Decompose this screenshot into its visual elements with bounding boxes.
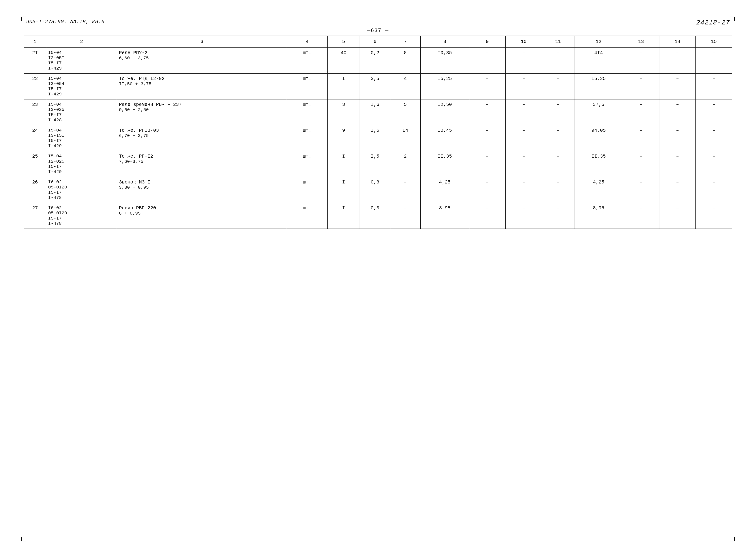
row-codes: I6-0205-0I29I5-I7I-478 [46, 203, 117, 229]
corner-mark-bl [21, 537, 26, 541]
row-col-11: – [542, 99, 574, 125]
row-col-7: – [390, 177, 421, 203]
row-col-14: – [659, 48, 696, 74]
row-col-6: I,5 [360, 151, 390, 177]
corner-mark-tr [730, 17, 735, 21]
row-col-10: – [506, 203, 542, 229]
row-col-15: – [696, 125, 732, 151]
row-col-12: 8,95 [574, 203, 623, 229]
row-col-4: шт. [287, 177, 328, 203]
table-row: 22I5-04I3-054I5-I7I-429То же, РТД I2-02I… [24, 74, 732, 99]
row-col-6: 0,3 [360, 203, 390, 229]
table-row: 26I6-0205-0I20I5-I7I-478Звонок МЗ-I3,30 … [24, 177, 732, 203]
row-col-12: 94,05 [574, 125, 623, 151]
row-col-13: – [623, 151, 659, 177]
row-col-5: I [327, 177, 360, 203]
row-col-13: – [623, 99, 659, 125]
row-description: То же, РТД I2-02II,50 + 3,75 [117, 74, 287, 99]
row-description: Ревун РВП-2208 + 0,95 [117, 203, 287, 229]
row-col-11: – [542, 177, 574, 203]
col-header-9: 9 [469, 36, 505, 48]
doc-number: 24218-27 [696, 19, 730, 26]
row-col-15: – [696, 177, 732, 203]
row-col-6: 3,5 [360, 74, 390, 99]
row-col-12: 4,25 [574, 177, 623, 203]
row-col-6: I,5 [360, 125, 390, 151]
row-col-8: II,35 [420, 151, 469, 177]
row-col-11: – [542, 151, 574, 177]
row-col-9: – [469, 74, 505, 99]
page-number: —637 — [24, 28, 732, 34]
row-col-15: – [696, 99, 732, 125]
row-col-5: I [327, 74, 360, 99]
row-col-12: 4I4 [574, 48, 623, 74]
row-col-13: – [623, 203, 659, 229]
row-col-11: – [542, 48, 574, 74]
row-col-5: I [327, 203, 360, 229]
table-row: 24I5-04I3-I5II5-I7I-429То же, РПI8-036,7… [24, 125, 732, 151]
row-col-7: 2 [390, 151, 421, 177]
row-codes: I5-04I2-05II5-I7I-429 [46, 48, 117, 74]
row-col-4: шт. [287, 74, 328, 99]
row-col-13: – [623, 177, 659, 203]
row-col-7: 4 [390, 74, 421, 99]
row-col-5: 40 [327, 48, 360, 74]
row-number: 23 [24, 99, 46, 125]
row-codes: I5-04I3-I5II5-I7I-429 [46, 125, 117, 151]
row-col-8: 4,25 [420, 177, 469, 203]
row-col-15: – [696, 74, 732, 99]
row-col-7: I4 [390, 125, 421, 151]
row-col-7: – [390, 203, 421, 229]
row-codes: I5-04I2-025I5-I7I-429 [46, 151, 117, 177]
row-number: 26 [24, 177, 46, 203]
row-col-13: – [623, 125, 659, 151]
header: 903-I-278.90. Ал.I8, кн.6 24218-27 [24, 19, 732, 26]
row-col-11: – [542, 125, 574, 151]
table-header-row: 1 2 3 4 5 6 7 8 9 10 11 12 13 14 15 [24, 36, 732, 48]
row-col-10: – [506, 177, 542, 203]
row-codes: I6-0205-0I20I5-I7I-478 [46, 177, 117, 203]
col-header-10: 10 [506, 36, 542, 48]
row-description: Реле времени РВ- – 2379,60 + 2,50 [117, 99, 287, 125]
row-col-8: I0,45 [420, 125, 469, 151]
row-col-8: I5,25 [420, 74, 469, 99]
row-col-4: шт. [287, 99, 328, 125]
row-col-4: шт. [287, 125, 328, 151]
col-header-15: 15 [696, 36, 732, 48]
row-col-14: – [659, 177, 696, 203]
table-row: 23I5-04I3-025I5-I7I-428Реле времени РВ- … [24, 99, 732, 125]
col-header-8: 8 [420, 36, 469, 48]
row-col-14: – [659, 99, 696, 125]
row-description: То же, РП-I27,60+3,75 [117, 151, 287, 177]
row-col-15: – [696, 48, 732, 74]
col-header-14: 14 [659, 36, 696, 48]
row-col-7: 5 [390, 99, 421, 125]
main-table: 1 2 3 4 5 6 7 8 9 10 11 12 13 14 15 2II5… [24, 35, 732, 229]
table-row: 25I5-04I2-025I5-I7I-429То же, РП-I27,60+… [24, 151, 732, 177]
row-col-10: – [506, 99, 542, 125]
row-col-7: 8 [390, 48, 421, 74]
row-number: 24 [24, 125, 46, 151]
row-codes: I5-04I3-054I5-I7I-429 [46, 74, 117, 99]
row-col-14: – [659, 203, 696, 229]
col-header-5: 5 [327, 36, 360, 48]
col-header-11: 11 [542, 36, 574, 48]
row-col-12: II,35 [574, 151, 623, 177]
row-col-5: I [327, 151, 360, 177]
table-row: 2II5-04I2-05II5-I7I-429Реле РПУ-26,60 + … [24, 48, 732, 74]
row-col-9: – [469, 99, 505, 125]
row-col-4: шт. [287, 203, 328, 229]
row-col-9: – [469, 177, 505, 203]
row-col-13: – [623, 48, 659, 74]
row-description: То же, РПI8-036,70 + 3,75 [117, 125, 287, 151]
row-col-4: шт. [287, 151, 328, 177]
row-col-13: – [623, 74, 659, 99]
col-header-13: 13 [623, 36, 659, 48]
row-number: 22 [24, 74, 46, 99]
row-col-8: 8,95 [420, 203, 469, 229]
row-col-14: – [659, 151, 696, 177]
corner-mark-br [730, 537, 735, 541]
col-header-12: 12 [574, 36, 623, 48]
row-col-10: – [506, 151, 542, 177]
col-header-1: 1 [24, 36, 46, 48]
